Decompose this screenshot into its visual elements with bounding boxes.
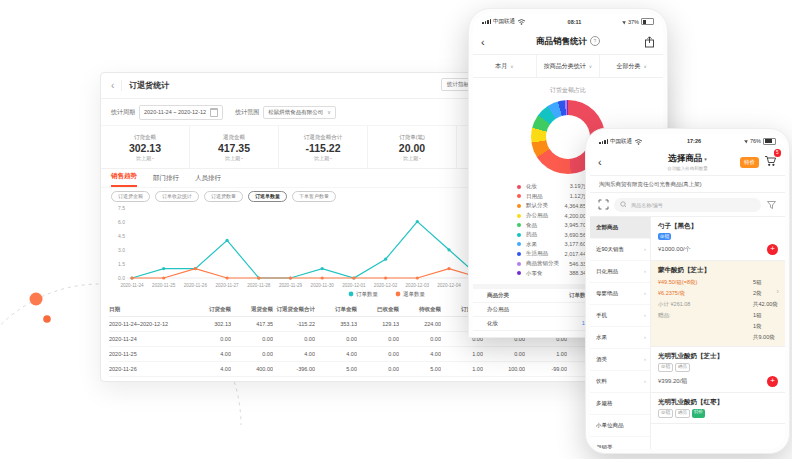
tab-部门排行[interactable]: 部门排行 [153, 174, 179, 187]
metric-chip[interactable]: 订单收款统计 [155, 191, 199, 202]
table-cell: 4.00 [399, 347, 441, 361]
category-name: 办公用品 [487, 303, 557, 316]
stat-compare: 比上期- [136, 155, 154, 161]
svg-text:4.5: 4.5 [118, 233, 125, 239]
sidebar-item[interactable]: 近90天销售› [590, 239, 650, 261]
stat-compare: 比上期- [225, 155, 243, 161]
product-card[interactable]: 勺子【黑色】促销¥1000.00/个+ [651, 217, 785, 261]
sidebar-item-label: 近90天销售 [596, 239, 624, 260]
product-card[interactable]: 光明乳业酸奶【芝士】促销赠品¥399.20/箱+ [651, 347, 785, 393]
phone2-subtitle: 自动输入价格和数量 [667, 166, 708, 171]
sidebar-item[interactable]: 水果› [590, 327, 650, 349]
product-tags: 促销赠品 [658, 363, 778, 372]
svg-text:订单数量: 订单数量 [356, 291, 379, 297]
legend-name: 食品 [526, 222, 565, 229]
share-icon[interactable] [644, 36, 655, 48]
filter-funnel-icon[interactable] [766, 200, 777, 210]
sidebar-item[interactable]: 全部商品 [590, 217, 650, 239]
sidebar-item[interactable]: 小单位商品 [590, 415, 650, 437]
svg-text:2020-11-28: 2020-11-28 [247, 283, 271, 288]
compare-dash: - [152, 155, 154, 161]
metric-chip[interactable]: 下单客户数量 [292, 191, 336, 202]
table-cell: -115.22 [273, 317, 315, 331]
legend-dot [517, 214, 521, 218]
battery-percent: 37% [628, 19, 639, 25]
search-input[interactable] [629, 201, 755, 209]
chevron-right-icon: › [644, 261, 646, 282]
legend-name: 化妆 [526, 183, 570, 190]
product-price: ¥399.20/箱 [658, 377, 687, 386]
table-cell: 2020-11-26 [109, 362, 189, 376]
promo-button[interactable]: 特价 [740, 157, 759, 168]
filter-dropdown[interactable]: 全部分类∨ [600, 55, 663, 77]
product-tag: 赠品 [675, 363, 690, 372]
table-cell: 0.00 [189, 332, 231, 346]
compare-dash: - [330, 155, 332, 161]
phone2-title[interactable]: 选择商品▾ [668, 153, 707, 165]
detail-left [658, 334, 753, 341]
legend-item: 水果3,177.60 [517, 240, 586, 250]
signal-bars-icon [599, 139, 608, 144]
sidebar-item[interactable]: 酒类› [590, 349, 650, 371]
column-header: 已收金额 [357, 302, 399, 316]
metric-chip[interactable]: 订退单数量 [248, 191, 287, 202]
stat-value: 20.00 [399, 142, 425, 154]
filter-label: 本月 [495, 62, 507, 71]
add-to-cart-button[interactable]: + [767, 244, 778, 255]
svg-text:2020-12-01: 2020-12-01 [342, 283, 366, 288]
compare-dash: - [241, 155, 243, 161]
svg-text:退单数量: 退单数量 [403, 290, 426, 297]
time-label: 17:26 [643, 138, 745, 144]
chevron-right-icon[interactable]: › [776, 287, 779, 296]
add-to-cart-button[interactable]: + [767, 376, 778, 387]
tab-销售趋势[interactable]: 销售趋势 [111, 172, 137, 187]
back-icon[interactable]: ‹ [111, 80, 122, 91]
metric-chip[interactable]: 订退货金额 [111, 191, 150, 202]
phone1-nav-bar: ‹ 商品销售统计? [473, 30, 663, 55]
sidebar-item[interactable]: 母婴纸品› [590, 283, 650, 305]
sidebar-item[interactable]: 促销类 [590, 437, 650, 449]
product-card[interactable]: 蒙牛酸奶【芝士】¥49.50/箱(=8袋)5箱¥6.2375/袋2袋小计 ¥26… [651, 261, 785, 347]
product-tag: 赠品 [675, 409, 690, 418]
decorative-orange-dot-small [43, 315, 51, 323]
svg-text:2020-12-02: 2020-12-02 [374, 283, 398, 288]
legend-dot [517, 194, 521, 198]
phone1-status-bar: 中国联通 08:11 37% [473, 13, 663, 30]
sidebar-item-label: 饮料 [596, 371, 607, 392]
legend-dot [517, 223, 521, 227]
cart-button[interactable]: 5 [764, 153, 777, 171]
date-range-input[interactable]: 2020-11-24 ~ 2020-12-12 [139, 105, 223, 120]
legend-name: 生活用品 [526, 250, 565, 257]
table-cell: 224.00 [399, 317, 441, 331]
sidebar-item-label: 小单位商品 [596, 415, 624, 436]
detail-left: ¥49.50/箱(=8袋) [658, 279, 753, 286]
product-card[interactable]: 光明乳业酸奶【红枣】促销赠品特价 [651, 393, 785, 424]
legend-dot [517, 233, 521, 237]
sidebar-item[interactable]: 多规格 [590, 393, 650, 415]
price-row: ¥1000.00/个+ [658, 244, 778, 255]
scope-select[interactable]: 松鼠烘焙食品有限公司 ∨ [263, 106, 336, 119]
sidebar-item[interactable]: 饮料› [590, 371, 650, 393]
svg-text:2020-11-27: 2020-11-27 [216, 283, 240, 288]
legend-value: 4,200.00 [565, 213, 586, 219]
metric-chip[interactable]: 订退货数量 [204, 191, 243, 202]
svg-text:3.0: 3.0 [118, 247, 125, 253]
column-header: 商品分类 [487, 289, 557, 302]
scan-icon[interactable] [598, 199, 609, 210]
table-cell: 302.13 [189, 317, 231, 331]
sidebar-item[interactable]: 手机› [590, 305, 650, 327]
price-row: ¥399.20/箱+ [658, 376, 778, 387]
stat-value: 417.35 [218, 142, 250, 154]
product-tag: 促销 [658, 363, 673, 372]
help-icon[interactable]: ? [590, 36, 600, 46]
filter-dropdown[interactable]: 本月∨ [473, 55, 537, 77]
table-cell: 2020-11-24~2020-12-12 [109, 317, 189, 331]
legend-name: 小零食 [526, 270, 569, 277]
detail-right: 1袋 [753, 323, 762, 330]
stat-card: 订货金额302.13比上期- [101, 126, 190, 168]
filter-dropdown[interactable]: 按商品分类统计∨ [537, 55, 601, 77]
battery-icon [641, 18, 654, 25]
sidebar-item[interactable]: 日化用品› [590, 261, 650, 283]
column-header: 退货金额 [231, 302, 273, 316]
tab-人员排行[interactable]: 人员排行 [195, 174, 221, 187]
